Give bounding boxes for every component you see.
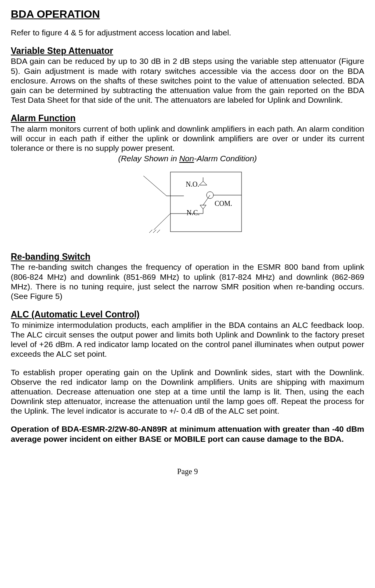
caption-prefix: (Relay Shown in (118, 154, 179, 163)
section-heading-rebanding: Re-banding Switch (11, 252, 364, 262)
alarm-paragraph: The alarm monitors current of both uplin… (11, 124, 364, 153)
svg-line-15 (157, 230, 160, 233)
relay-caption: (Relay Shown in Non-Alarm Condition) (11, 154, 364, 163)
svg-line-7 (203, 195, 210, 205)
relay-label-com: COM. (215, 200, 232, 207)
page-title: BDA OPERATION (11, 8, 364, 21)
relay-label-nc: N.C. (187, 209, 200, 217)
section-heading-alc: ALC (Automatic Level Control) (11, 309, 364, 320)
section-heading-attenuator: Variable Step Attenuator (11, 46, 364, 57)
intro-paragraph: Refer to figure 4 & 5 for adjustment acc… (11, 28, 364, 37)
svg-line-11 (154, 214, 170, 230)
svg-marker-1 (199, 181, 207, 185)
rebanding-paragraph: The re-banding switch changes the freque… (11, 262, 364, 301)
alc-paragraph-1: To minimize intermodulation products, ea… (11, 320, 364, 359)
svg-line-14 (153, 230, 156, 233)
alc-warning-paragraph: Operation of BDA-ESMR-2/2W-80-AN89R at m… (11, 424, 364, 443)
caption-suffix: -Alarm Condition) (194, 154, 257, 163)
page-number: Page 9 (11, 467, 364, 476)
section-heading-alarm: Alarm Function (11, 113, 364, 124)
svg-line-13 (149, 230, 152, 233)
svg-line-4 (143, 176, 167, 196)
caption-non: Non (179, 154, 194, 163)
relay-label-no: N.O. (186, 180, 199, 188)
alc-paragraph-2: To establish proper operating gain on th… (11, 368, 364, 416)
relay-diagram: N.O. N.C. COM. (11, 168, 364, 243)
attenuator-paragraph: BDA gain can be reduced by up to 30 dB i… (11, 56, 364, 105)
svg-marker-2 (200, 205, 206, 209)
relay-schematic-svg: N.O. N.C. COM. (126, 168, 249, 241)
